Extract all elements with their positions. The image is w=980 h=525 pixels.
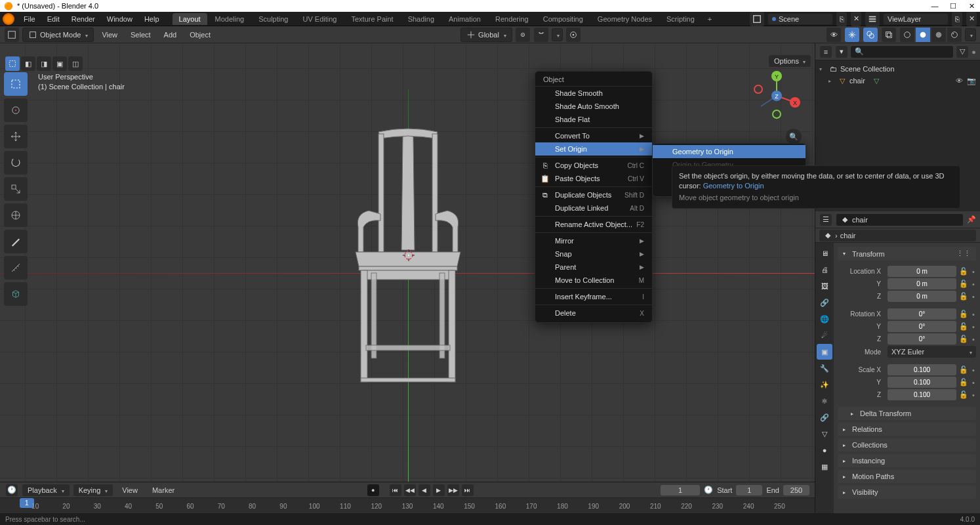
select-ext2-icon[interactable]: ◨ — [37, 56, 51, 71]
outliner-scene-collection[interactable]: ▾ 🗀 Scene Collection — [815, 63, 980, 75]
tab-texture-icon[interactable]: ▦ — [817, 459, 832, 474]
camera-icon[interactable]: 📷 — [967, 77, 976, 85]
panel-delta-transform[interactable]: ▸Delta Transform — [838, 407, 976, 420]
panel-relations[interactable]: ▸Relations — [838, 423, 976, 436]
scale-x-input[interactable]: 0.100 — [888, 364, 956, 375]
panel-instancing[interactable]: ▸Instancing — [838, 454, 976, 467]
tab-modifiers-icon[interactable]: 🔧 — [817, 360, 832, 376]
menu-select[interactable]: Select — [125, 29, 156, 41]
outliner-search[interactable]: 🔍 — [851, 46, 953, 58]
panel-visibility[interactable]: ▸Visibility — [838, 486, 976, 499]
lock-icon[interactable]: 🔓 — [959, 310, 968, 318]
select-ext3-icon[interactable]: ▣ — [52, 56, 67, 71]
menu-render[interactable]: Render — [66, 14, 100, 24]
tab-rendering[interactable]: Rendering — [489, 13, 535, 25]
ctx-copy-objects[interactable]: ⎘Copy ObjectsCtrl C — [535, 159, 652, 172]
properties-data-breadcrumb[interactable]: ◆ › chair — [819, 230, 976, 242]
maximize-button[interactable]: ☐ — [949, 2, 958, 10]
lock-icon[interactable]: 🔓 — [959, 390, 968, 399]
viewport-options-button[interactable]: Options — [769, 55, 811, 67]
viewlayer-name-field[interactable]: ViewLayer — [883, 13, 949, 25]
properties-breadcrumb[interactable]: ◆ chair — [836, 214, 963, 226]
tool-add-cube[interactable] — [4, 282, 28, 306]
eye-icon[interactable]: 👁 — [956, 77, 963, 85]
menu-object[interactable]: Object — [184, 29, 216, 41]
loc-x-input[interactable]: 0 m — [888, 266, 956, 277]
select-ext4-icon[interactable]: ◫ — [68, 56, 83, 71]
anim-dot-icon[interactable]: • — [971, 379, 976, 387]
xray-icon[interactable] — [882, 28, 896, 42]
transform-orientation-dropdown[interactable]: Global — [460, 28, 512, 42]
tab-scene-icon[interactable]: 🔗 — [817, 295, 832, 310]
menu-edit[interactable]: Edit — [42, 14, 65, 24]
ctx-shade-flat[interactable]: Shade Flat — [535, 113, 652, 126]
panel-motion-paths[interactable]: ▸Motion Paths — [838, 470, 976, 483]
pivot-icon[interactable] — [516, 28, 530, 42]
tool-measure[interactable] — [4, 256, 28, 280]
viewlayer-browse-icon[interactable] — [865, 12, 880, 26]
tab-output-icon[interactable]: 🖨 — [817, 262, 832, 278]
panel-collections[interactable]: ▸Collections — [838, 438, 976, 452]
snap-icon[interactable] — [534, 28, 548, 42]
anim-dot-icon[interactable]: • — [971, 323, 976, 331]
properties-editor-icon[interactable]: ☰ — [820, 214, 832, 226]
3d-viewport[interactable]: ◧ ◨ ▣ ◫ User Perspective (1) Scene Colle… — [0, 43, 815, 513]
zoom-icon[interactable]: 🔍 — [786, 129, 802, 144]
tab-physics-icon[interactable]: ⚛ — [817, 393, 832, 409]
anim-dot-icon[interactable]: • — [971, 335, 976, 343]
next-key-icon[interactable]: ▶▶ — [447, 484, 459, 496]
tool-select-box[interactable] — [4, 72, 28, 96]
ctx-set-origin[interactable]: Set Origin▶ — [535, 142, 652, 156]
tab-constraints-icon[interactable]: 🔗 — [817, 410, 832, 425]
shading-solid-icon[interactable] — [916, 28, 930, 42]
current-frame-input[interactable]: 1 — [661, 485, 700, 495]
ctx-duplicate-objects[interactable]: ⧉Duplicate ObjectsShift D — [535, 188, 652, 201]
interaction-mode-dropdown[interactable]: Object Mode — [22, 28, 94, 42]
scale-z-input[interactable]: 0.100 — [888, 389, 956, 400]
rot-y-input[interactable]: 0° — [888, 321, 956, 332]
timeline-editor-icon[interactable]: 🕐 — [6, 484, 18, 496]
close-button[interactable]: ✕ — [967, 2, 976, 10]
panel-transform-header[interactable]: ▾Transform⋮⋮ — [838, 247, 976, 261]
ctx-delete[interactable]: DeleteX — [535, 306, 652, 320]
visibility-icon[interactable]: 👁 — [827, 28, 841, 42]
menu-file[interactable]: File — [18, 14, 41, 24]
lock-icon[interactable]: 🔓 — [959, 366, 968, 374]
lock-icon[interactable]: 🔓 — [959, 280, 968, 288]
tab-compositing[interactable]: Compositing — [537, 13, 590, 25]
tool-transform[interactable] — [4, 203, 28, 227]
anim-dot-icon[interactable]: • — [971, 268, 976, 276]
tab-shading[interactable]: Shading — [401, 13, 441, 25]
ctx-parent[interactable]: Parent▶ — [535, 261, 652, 274]
scene-browse-icon[interactable] — [750, 12, 764, 26]
ctx-insert-keyframe[interactable]: Insert Keyframe...I — [535, 290, 652, 303]
rotation-mode-dropdown[interactable]: XYZ Euler — [888, 346, 976, 358]
timeline-view[interactable]: View — [117, 484, 143, 496]
tool-cursor[interactable] — [4, 98, 28, 122]
select-box-icon[interactable] — [5, 56, 20, 71]
menu-window[interactable]: Window — [102, 14, 138, 24]
autokey-icon[interactable]: ● — [367, 484, 379, 496]
tool-rotate[interactable] — [4, 151, 28, 175]
tool-annotate[interactable] — [4, 230, 28, 253]
snap-dropdown[interactable] — [552, 28, 563, 41]
end-frame-input[interactable]: 250 — [783, 485, 809, 495]
lock-icon[interactable]: 🔓 — [959, 322, 968, 331]
menu-add[interactable]: Add — [159, 29, 182, 41]
timeline-marker[interactable]: Marker — [147, 484, 180, 496]
editor-type-icon[interactable] — [5, 28, 19, 42]
scene-new-icon[interactable]: ⎘ — [836, 12, 847, 26]
tab-scripting[interactable]: Scripting — [660, 13, 701, 25]
menu-view[interactable]: View — [96, 29, 123, 41]
ctx-duplicate-linked[interactable]: Duplicate LinkedAlt D — [535, 201, 652, 215]
tab-texture-paint[interactable]: Texture Paint — [344, 13, 399, 25]
select-ext1-icon[interactable]: ◧ — [21, 56, 35, 71]
tab-geometry-nodes[interactable]: Geometry Nodes — [591, 13, 659, 25]
anim-dot-icon[interactable]: • — [971, 293, 976, 301]
add-workspace-button[interactable]: + — [703, 13, 717, 25]
keying-dropdown[interactable]: Keying — [73, 484, 113, 496]
minimize-button[interactable]: — — [930, 2, 939, 10]
overlays-icon[interactable] — [863, 28, 878, 42]
ctx-snap[interactable]: Snap▶ — [535, 247, 652, 261]
tab-layout[interactable]: Layout — [173, 13, 207, 25]
